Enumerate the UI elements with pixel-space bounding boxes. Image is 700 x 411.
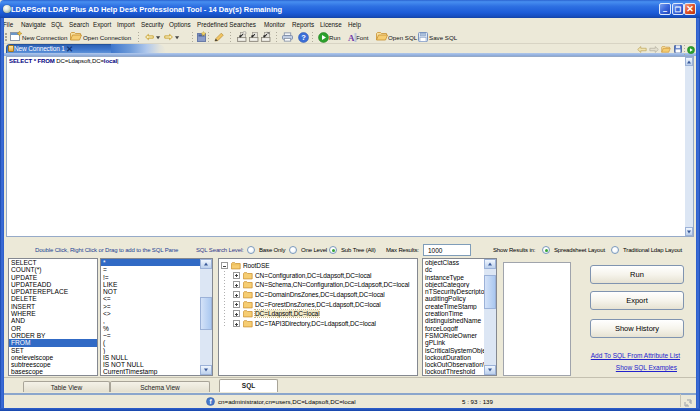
svg-text:A: A	[348, 33, 355, 43]
svg-text:?: ?	[301, 33, 306, 42]
